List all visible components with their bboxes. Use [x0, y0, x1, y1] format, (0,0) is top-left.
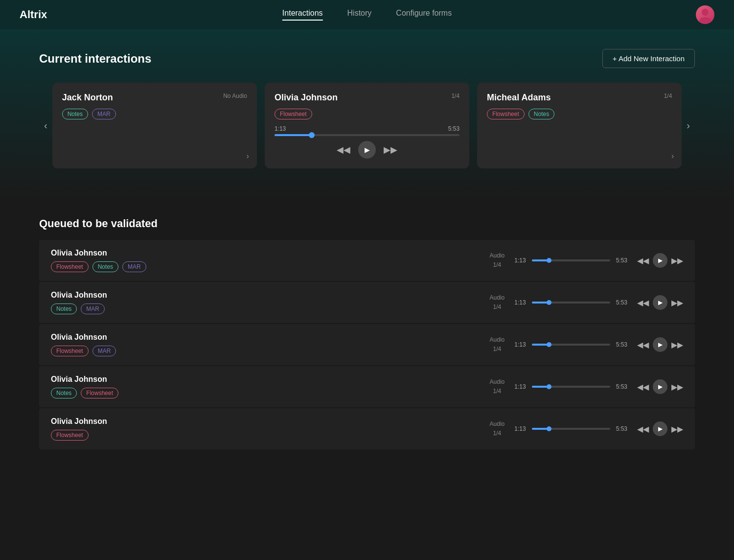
nav-item-configure-forms[interactable]: Configure forms	[396, 9, 452, 21]
queue-controls: ◀◀ ▶ ▶▶	[637, 253, 683, 268]
audio-progress-bar[interactable]	[275, 134, 459, 136]
card-tags: Notes MAR	[62, 109, 247, 119]
queue-item-tags: Notes Flowsheet	[51, 388, 118, 398]
tag-flowsheet[interactable]: Flowsheet	[51, 430, 89, 441]
audio-next-button[interactable]: ▶▶	[384, 144, 397, 155]
tag-notes[interactable]: Notes	[51, 388, 77, 398]
queue-current-time: 1:13	[514, 257, 526, 264]
queue-controls: ◀◀ ▶ ▶▶	[637, 379, 683, 394]
card-expand-icon[interactable]: ›	[671, 152, 674, 161]
queue-item-right: Audio 1/4 1:13 5:53 ◀◀ ▶ ▶▶	[490, 377, 683, 396]
audio-play-button[interactable]: ▶	[358, 141, 376, 159]
tag-flowsheet[interactable]: Flowsheet	[487, 109, 525, 119]
queue-item-right: Audio 1/4 1:13 5:53 ◀◀ ▶ ▶▶	[490, 251, 683, 270]
card-micheal-adams: Micheal Adams 1/4 Flowsheet Notes ›	[477, 83, 682, 168]
tag-flowsheet[interactable]: Flowsheet	[51, 261, 89, 272]
queue-item-name: Olivia Johnson	[51, 291, 107, 300]
audio-label: Audio	[490, 335, 505, 345]
queue-play-button[interactable]: ▶	[653, 421, 667, 436]
audio-times: 1:13 5:53	[275, 125, 459, 132]
audio-label: Audio	[490, 377, 505, 387]
card-tags: Flowsheet Notes	[487, 109, 672, 119]
tag-notes[interactable]: Notes	[51, 303, 77, 314]
nav-menu: Interactions History Configure forms	[282, 9, 452, 21]
navbar: Altrix Interactions History Configure fo…	[0, 0, 734, 29]
queue-next-button[interactable]: ▶▶	[671, 424, 683, 434]
queue-progress-bar[interactable]	[532, 344, 610, 346]
queue-next-button[interactable]: ▶▶	[671, 256, 683, 265]
add-new-interaction-button[interactable]: + Add New Interaction	[602, 49, 695, 68]
queue-item-name: Olivia Johnson	[51, 249, 146, 257]
svg-point-1	[699, 17, 711, 24]
queue-item-tags: Flowsheet Notes MAR	[51, 261, 146, 272]
queue-item-name: Olivia Johnson	[51, 333, 116, 342]
queue-prev-button[interactable]: ◀◀	[637, 256, 649, 265]
queue-next-button[interactable]: ▶▶	[671, 298, 683, 307]
queue-item-left: Olivia Johnson Flowsheet	[51, 417, 107, 441]
audio-prev-button[interactable]: ◀◀	[337, 144, 350, 155]
queue-play-button[interactable]: ▶	[653, 253, 667, 268]
tag-notes[interactable]: Notes	[528, 109, 554, 119]
audio-count: 1/4	[490, 345, 505, 354]
tag-notes[interactable]: Notes	[92, 261, 118, 272]
queue-total-time: 5:53	[616, 299, 627, 306]
queue-item: Olivia Johnson Flowsheet MAR Audio 1/4 1…	[39, 324, 695, 365]
avatar[interactable]	[696, 5, 714, 24]
queue-controls: ◀◀ ▶ ▶▶	[637, 421, 683, 436]
audio-label: Audio	[490, 293, 505, 303]
nav-item-interactions[interactable]: Interactions	[282, 9, 323, 21]
audio-info: Audio 1/4	[490, 420, 505, 438]
section-header: Current interactions + Add New Interacti…	[39, 49, 695, 68]
queue-progress-bar[interactable]	[532, 259, 610, 261]
nav-item-history[interactable]: History	[347, 9, 372, 21]
queued-title: Queued to be validated	[39, 217, 695, 230]
queue-current-time: 1:13	[514, 341, 526, 348]
card-expand-icon[interactable]: ›	[247, 152, 249, 161]
tag-flowsheet[interactable]: Flowsheet	[81, 388, 118, 398]
cards-row: Jack Norton No Audio Notes MAR › Olivia …	[52, 83, 682, 168]
card-olivia-johnson: Olivia Johnson 1/4 Flowsheet 1:13 5:53	[265, 83, 469, 168]
queue-prev-button[interactable]: ◀◀	[637, 298, 649, 307]
tag-mar[interactable]: MAR	[92, 109, 116, 119]
queue-prev-button[interactable]: ◀◀	[637, 340, 649, 350]
queue-progress-bar[interactable]	[532, 386, 610, 388]
queue-progress-bar[interactable]	[532, 302, 610, 303]
card-name: Micheal Adams	[487, 93, 550, 103]
carousel-next-button[interactable]: ›	[682, 115, 695, 136]
audio-count: 1/4	[490, 260, 505, 270]
queue-item: Olivia Johnson Flowsheet Audio 1/4 1:13 …	[39, 408, 695, 449]
queue-prev-button[interactable]: ◀◀	[637, 382, 649, 392]
tag-mar[interactable]: MAR	[122, 261, 146, 272]
card-name: Jack Norton	[62, 93, 113, 103]
audio-label: Audio	[490, 420, 505, 429]
queue-item-name: Olivia Johnson	[51, 375, 118, 384]
queue-total-time: 5:53	[616, 425, 627, 432]
queue-item: Olivia Johnson Notes Flowsheet Audio 1/4…	[39, 366, 695, 407]
audio-info: Audio 1/4	[490, 335, 505, 354]
tag-flowsheet[interactable]: Flowsheet	[51, 346, 89, 356]
tag-mar[interactable]: MAR	[92, 346, 116, 356]
queue-current-time: 1:13	[514, 299, 526, 306]
queue-next-button[interactable]: ▶▶	[671, 382, 683, 392]
queue-item-tags: Flowsheet MAR	[51, 346, 116, 356]
tag-notes[interactable]: Notes	[62, 109, 88, 119]
audio-info: Audio 1/4	[490, 251, 505, 270]
tag-mar[interactable]: MAR	[81, 303, 105, 314]
queue-prev-button[interactable]: ◀◀	[637, 424, 649, 434]
queue-play-button[interactable]: ▶	[653, 295, 667, 310]
tag-flowsheet[interactable]: Flowsheet	[275, 109, 312, 119]
queue-play-button[interactable]: ▶	[653, 337, 667, 352]
queue-item-tags: Notes MAR	[51, 303, 107, 314]
queue-progress-bar[interactable]	[532, 428, 610, 430]
section-title: Current interactions	[39, 52, 151, 66]
queue-item: Olivia Johnson Notes MAR Audio 1/4 1:13	[39, 282, 695, 323]
queued-section: Queued to be validated Olivia Johnson Fl…	[0, 198, 734, 469]
queue-next-button[interactable]: ▶▶	[671, 340, 683, 350]
queue-play-button[interactable]: ▶	[653, 379, 667, 394]
carousel-prev-button[interactable]: ‹	[39, 115, 52, 136]
queue-progress-dot	[547, 426, 551, 431]
queue-item-left: Olivia Johnson Flowsheet MAR	[51, 333, 116, 356]
card-badge: 1/4	[451, 93, 459, 99]
audio-count: 1/4	[490, 429, 505, 438]
queue-player: 1:13 5:53	[514, 425, 627, 432]
